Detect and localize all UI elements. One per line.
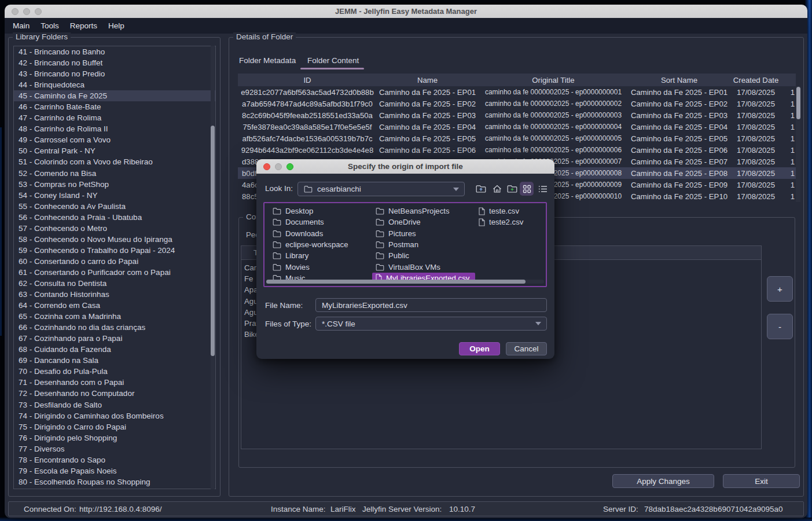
folder-item[interactable]: Downloads — [269, 228, 372, 239]
file-item[interactable]: teste2.csv — [475, 217, 545, 228]
list-item[interactable]: 57 - Conhecendo o Metro — [14, 223, 215, 234]
table-row[interactable]: afb526afc74dacbe1536a005319b7b7cCaminho … — [238, 133, 796, 144]
list-item[interactable]: 76 - Dirigindo pelo Shopping — [14, 432, 215, 443]
folder-item[interactable]: Documents — [269, 217, 372, 228]
menu-item-main[interactable]: Main — [13, 21, 30, 30]
list-item[interactable]: 72 - Desenhando no Computador — [14, 388, 215, 399]
tab-folder-content[interactable]: Folder Content — [307, 56, 359, 65]
list-item[interactable]: 65 - Cozinha com a Madrinha — [14, 311, 215, 322]
folder-item[interactable]: OneDrive — [372, 217, 475, 228]
list-item[interactable]: 77 - Diversos — [14, 443, 215, 454]
file-name-input[interactable] — [315, 298, 547, 312]
list-item[interactable]: 74 - Dirigindo o Caminhao dos Bombeiros — [14, 410, 215, 421]
new-folder-icon[interactable] — [505, 182, 519, 196]
list-item[interactable]: 73 - Desfilando de Salto — [14, 399, 215, 410]
library-list-scrollbar[interactable] — [211, 46, 215, 489]
list-item[interactable]: 62 - Consulta no Dentista — [14, 278, 215, 289]
list-item[interactable]: 48 - Carrinho de Rolima II — [14, 123, 215, 134]
list-item[interactable]: 68 - Cuidando da Fazenda — [14, 344, 215, 355]
folder-item[interactable]: NetBeansProjects — [372, 206, 475, 217]
menu-item-tools[interactable]: Tools — [41, 21, 59, 30]
menu-item-reports[interactable]: Reports — [70, 21, 97, 30]
list-item[interactable]: 42 - Brincando no Buffet — [14, 57, 215, 68]
column-header[interactable]: Original Title — [478, 76, 629, 85]
table-row[interactable]: 9294b6443a2bf9ce062112cb3de4e4e8Caminho … — [238, 144, 796, 156]
file-panel-hscrollbar[interactable] — [266, 280, 544, 284]
list-item[interactable]: 47 - Carrinho de Rolima — [14, 112, 215, 123]
folder-item[interactable]: Pictures — [372, 228, 475, 239]
file-browser-panel[interactable]: DesktopDocumentsDownloadseclipse-workspa… — [263, 202, 547, 287]
list-item[interactable]: 61 - Consertando o Purificador com o Pap… — [14, 267, 215, 278]
folder-item[interactable]: Library — [269, 250, 372, 261]
column-header[interactable]: ID — [238, 76, 377, 85]
list-item[interactable]: 58 - Conhecendo o Novo Museu do Ipiranga — [14, 234, 215, 245]
table-row[interactable]: 75fe3878ea0c39a8a585e17f0e5e5e5fCaminho … — [238, 121, 796, 133]
add-row-button[interactable]: + — [767, 276, 793, 302]
table-row[interactable]: 8c2c69b045f9feeab2518551ed33a50aCaminho … — [238, 109, 796, 121]
folder-icon — [376, 263, 384, 271]
list-item[interactable]: 59 - Conhecendo o Trabalho do Papai - 20… — [14, 245, 215, 256]
list-item[interactable]: 60 - Consertando o carro do Papai — [14, 256, 215, 267]
list-item[interactable]: 64 - Correndo em Casa — [14, 300, 215, 311]
list-item[interactable]: 66 - Cozinhando no dia das crianças — [14, 322, 215, 333]
table-row[interactable]: a7ab65947847ad4c89a5afbd3b1f79c0Caminho … — [238, 98, 796, 109]
list-item[interactable]: 53 - Compras no PetShop — [14, 179, 215, 190]
list-item[interactable]: 54 - Coney Island - NY — [14, 190, 215, 201]
open-button[interactable]: Open — [459, 342, 500, 355]
cell-extra: 1 — [782, 100, 796, 108]
cell-extra: 1 — [782, 134, 796, 143]
folder-item[interactable]: Public — [372, 250, 475, 261]
menu-item-help[interactable]: Help — [108, 21, 124, 30]
list-item[interactable]: 41 - Brincando no Banho — [14, 46, 215, 57]
list-item[interactable]: 69 - Dancando na Sala — [14, 355, 215, 366]
table-header-row[interactable]: IDNameOriginal TitleSort NameCreated Dat… — [238, 74, 796, 86]
list-item[interactable]: 51 - Colorindo com a Vovo de Ribeirao — [14, 156, 215, 167]
list-item[interactable]: 56 - Conhecendo a Praia - Ubatuba — [14, 212, 215, 223]
list-item[interactable]: 67 - Cozinhando para o Papai — [14, 333, 215, 344]
column-header[interactable]: Name — [377, 76, 478, 85]
file-panel-hscrollbar-thumb[interactable] — [266, 280, 526, 284]
column-header[interactable]: Sort Name — [629, 76, 730, 85]
folder-item[interactable]: Postman — [372, 239, 475, 250]
list-item[interactable]: 80 - Escolhendo Roupas no Shopping — [14, 476, 215, 487]
up-folder-icon[interactable] — [474, 182, 488, 196]
list-item[interactable]: 63 - Contando Historinhas — [14, 289, 215, 300]
table-scrollbar-thumb[interactable] — [796, 87, 800, 119]
list-item[interactable]: 45 - Caminho da Fe 2025 — [14, 90, 215, 101]
exit-button[interactable]: Exit — [723, 474, 800, 488]
folder-item[interactable]: VirtualBox VMs — [372, 261, 475, 272]
list-item[interactable]: 75 - Dirigindo o Carro do Papai — [14, 421, 215, 432]
look-in-combobox[interactable]: cesarbianchi — [297, 182, 465, 196]
list-item[interactable]: 55 - Conhecendo a Av Paulista — [14, 201, 215, 212]
list-item[interactable]: 44 - Brinquedoteca — [14, 79, 215, 90]
column-header[interactable]: Created Date — [730, 76, 782, 85]
cancel-button[interactable]: Cancel — [506, 342, 547, 355]
files-of-type-select[interactable]: *.CSV file — [315, 317, 547, 331]
folder-item[interactable]: eclipse-workspace — [269, 239, 372, 250]
list-item[interactable]: 46 - Carrinho Bate-Bate — [14, 101, 215, 112]
list-item[interactable]: 70 - Desafio do Pula-Pula — [14, 366, 215, 377]
library-list-scrollbar-thumb[interactable] — [211, 126, 215, 356]
remove-row-button[interactable]: - — [767, 314, 793, 339]
grid-view-icon[interactable] — [520, 182, 534, 196]
folder-item[interactable]: Desktop — [269, 206, 372, 217]
home-icon[interactable] — [490, 182, 504, 196]
library-folders-list[interactable]: 41 - Brincando no Banho42 - Brincando no… — [13, 46, 216, 489]
table-scrollbar[interactable] — [796, 86, 800, 202]
list-item[interactable]: 71 - Desenhando com o Papai — [14, 377, 215, 388]
tab-folder-metadata[interactable]: Folder Metadata — [239, 56, 296, 65]
apply-changes-button[interactable]: Apply Changes — [612, 474, 714, 488]
list-item[interactable]: 79 - Escola de Papais Noeis — [14, 465, 215, 476]
table-row[interactable]: e9281c2077a6bf563ac5ad4732d0b88bCaminho … — [238, 86, 796, 98]
list-view-icon[interactable] — [536, 182, 550, 196]
folder-item[interactable]: Movies — [269, 261, 372, 272]
list-item[interactable]: 43 - Brincando no Predio — [14, 68, 215, 79]
files-of-type-label: Files of Type: — [265, 320, 311, 328]
folder-icon — [273, 230, 281, 237]
list-item[interactable]: 49 - Carrossel com a Vovo — [14, 134, 215, 145]
list-item[interactable]: 78 - Encontrando o Sapo — [14, 454, 215, 465]
file-column-3: teste.csvteste2.csv — [475, 206, 545, 228]
file-item[interactable]: teste.csv — [475, 206, 545, 217]
list-item[interactable]: 50 - Central Park - NY — [14, 145, 215, 156]
list-item[interactable]: 52 - Comendo na Bisa — [14, 168, 215, 179]
